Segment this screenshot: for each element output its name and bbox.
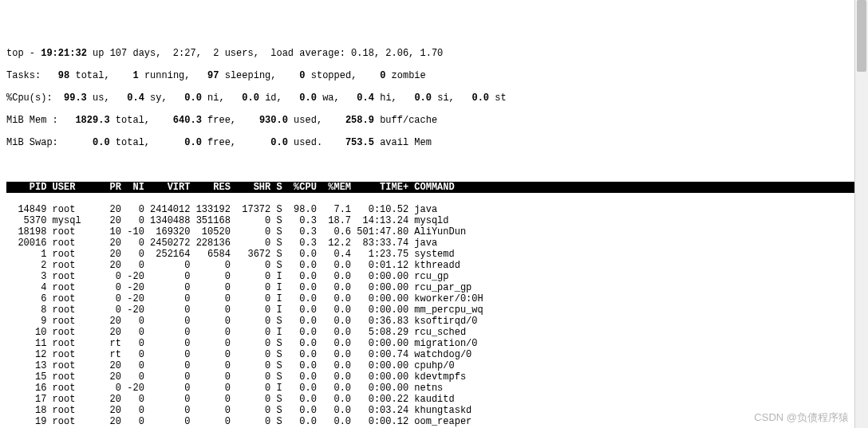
watermark-text: CSDN @负债程序猿	[754, 412, 849, 423]
process-row[interactable]: 16 root 0 -20 0 0 0 I 0.0 0.0 0:00.00 ne…	[6, 383, 862, 394]
vertical-scrollbar[interactable]	[854, 0, 868, 428]
process-row[interactable]: 12 root rt 0 0 0 0 S 0.0 0.0 0:00.74 wat…	[6, 349, 862, 360]
summary-swap: MiB Swap: 0.0 total, 0.0 free, 0.0 used.…	[6, 137, 862, 148]
blank-line	[6, 159, 862, 171]
process-row[interactable]: 3 root 0 -20 0 0 0 I 0.0 0.0 0:00.00 rcu…	[6, 271, 862, 282]
process-row[interactable]: 2 root 20 0 0 0 0 S 0.0 0.0 0:01.12 kthr…	[6, 260, 862, 271]
process-row[interactable]: 11 root rt 0 0 0 0 S 0.0 0.0 0:00.00 mig…	[6, 338, 862, 349]
process-row[interactable]: 1 root 20 0 252164 6584 3672 S 0.0 0.4 1…	[6, 249, 862, 260]
summary-tasks: Tasks: 98 total, 1 running, 97 sleeping,…	[6, 70, 862, 81]
process-table-header[interactable]: PID USER PR NI VIRT RES SHR S %CPU %MEM …	[6, 182, 862, 193]
process-row[interactable]: 13 root 20 0 0 0 0 S 0.0 0.0 0:00.00 cpu…	[6, 360, 862, 371]
summary-mem: MiB Mem : 1829.3 total, 640.3 free, 930.…	[6, 115, 862, 126]
process-row[interactable]: 5370 mysql 20 0 1340488 351168 0 S 0.3 1…	[6, 215, 862, 226]
process-row[interactable]: 18 root 20 0 0 0 0 S 0.0 0.0 0:03.24 khu…	[6, 405, 862, 416]
process-row[interactable]: 10 root 20 0 0 0 0 I 0.0 0.0 5:08.29 rcu…	[6, 327, 862, 338]
process-row[interactable]: 19 root 20 0 0 0 0 S 0.0 0.0 0:00.12 oom…	[6, 416, 862, 427]
process-row[interactable]: 9 root 20 0 0 0 0 S 0.0 0.0 0:36.83 ksof…	[6, 316, 862, 327]
process-row[interactable]: 4 root 0 -20 0 0 0 I 0.0 0.0 0:00.00 rcu…	[6, 282, 862, 293]
process-row[interactable]: 20016 root 20 0 2450272 228136 0 S 0.3 1…	[6, 238, 862, 249]
process-row[interactable]: 14849 root 20 0 2414012 133192 17372 S 9…	[6, 204, 862, 215]
process-row[interactable]: 6 root 0 -20 0 0 0 I 0.0 0.0 0:00.00 kwo…	[6, 293, 862, 304]
scrollbar-thumb[interactable]	[857, 0, 866, 72]
process-row[interactable]: 17 root 20 0 0 0 0 S 0.0 0.0 0:00.22 kau…	[6, 394, 862, 405]
summary-cpu: %Cpu(s): 99.3 us, 0.4 sy, 0.0 ni, 0.0 id…	[6, 92, 862, 104]
process-row[interactable]: 8 root 0 -20 0 0 0 I 0.0 0.0 0:00.00 mm_…	[6, 304, 862, 316]
process-row[interactable]: 18198 root 10 -10 169320 10520 0 S 0.3 0…	[6, 226, 862, 238]
process-row[interactable]: 15 root 20 0 0 0 0 S 0.0 0.0 0:00.00 kde…	[6, 371, 862, 383]
process-table-body[interactable]: 14849 root 20 0 2414012 133192 17372 S 9…	[6, 204, 862, 428]
summary-uptime: top - 19:21:32 up 107 days, 2:27, 2 user…	[6, 48, 862, 59]
